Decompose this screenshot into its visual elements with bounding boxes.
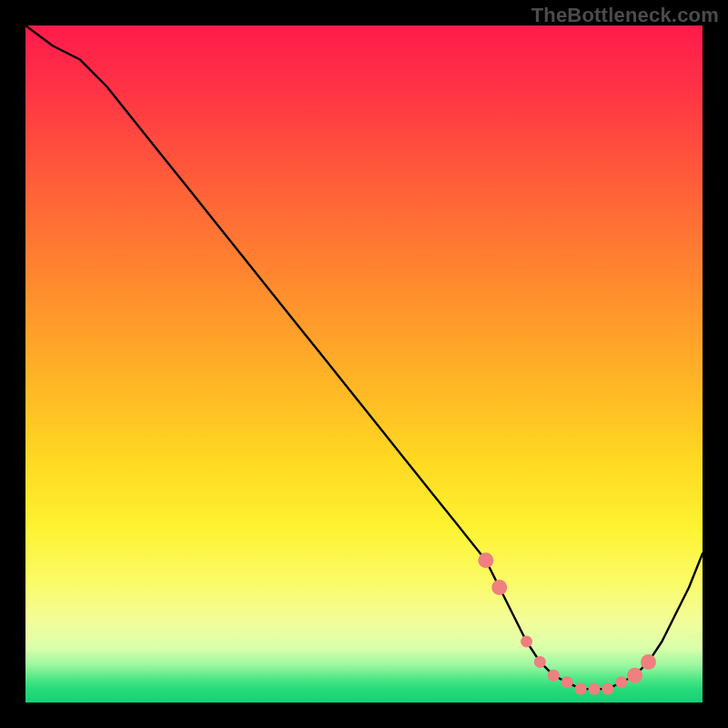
optimum-dot bbox=[589, 683, 601, 695]
optimum-dot bbox=[575, 683, 587, 695]
optimum-dot bbox=[561, 676, 573, 688]
optimum-dots-group bbox=[478, 552, 656, 694]
plot-area bbox=[25, 25, 703, 703]
dots-layer bbox=[25, 25, 703, 703]
optimum-dot bbox=[491, 580, 507, 595]
optimum-dot bbox=[521, 636, 532, 648]
optimum-dot bbox=[615, 676, 627, 688]
watermark-text: TheBottleneck.com bbox=[531, 4, 719, 27]
optimum-dot bbox=[478, 552, 493, 568]
chart-frame: TheBottleneck.com bbox=[0, 0, 728, 728]
optimum-dot bbox=[548, 670, 560, 682]
optimum-dot bbox=[627, 668, 642, 683]
optimum-dot bbox=[534, 656, 546, 668]
optimum-dot bbox=[641, 654, 656, 670]
optimum-dot bbox=[602, 683, 613, 695]
